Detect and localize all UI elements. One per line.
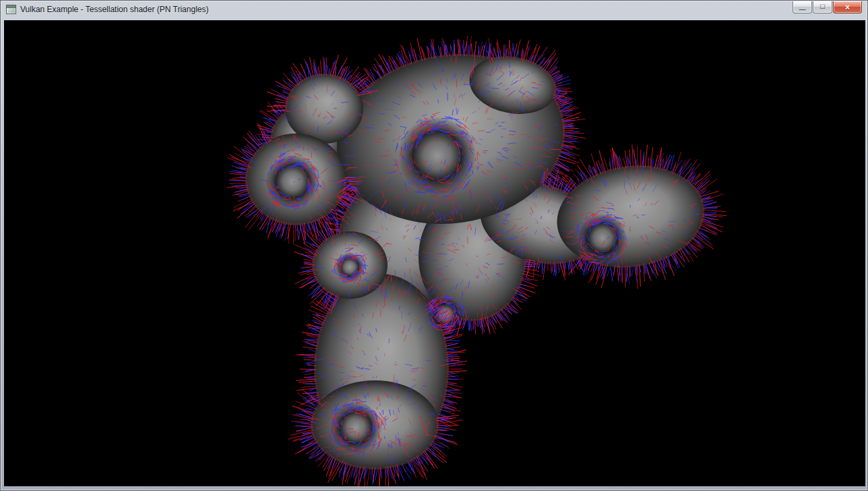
viewport	[4, 20, 865, 486]
minimize-button[interactable]: —	[793, 1, 812, 13]
maximize-button[interactable]: □	[813, 1, 832, 13]
close-button[interactable]: ×	[833, 1, 862, 13]
app-window: Vulkan Example - Tessellation shader (PN…	[0, 0, 868, 491]
render-canvas[interactable]	[4, 20, 865, 486]
app-icon-glyph	[7, 5, 16, 8]
close-icon: ×	[845, 3, 850, 11]
titlebar[interactable]: Vulkan Example - Tessellation shader (PN…	[1, 1, 867, 20]
minimize-icon: —	[799, 6, 806, 13]
maximize-icon: □	[820, 3, 825, 10]
app-icon[interactable]	[6, 5, 16, 14]
window-controls: — □ ×	[792, 1, 862, 13]
window-title: Vulkan Example - Tessellation shader (PN…	[20, 5, 208, 14]
